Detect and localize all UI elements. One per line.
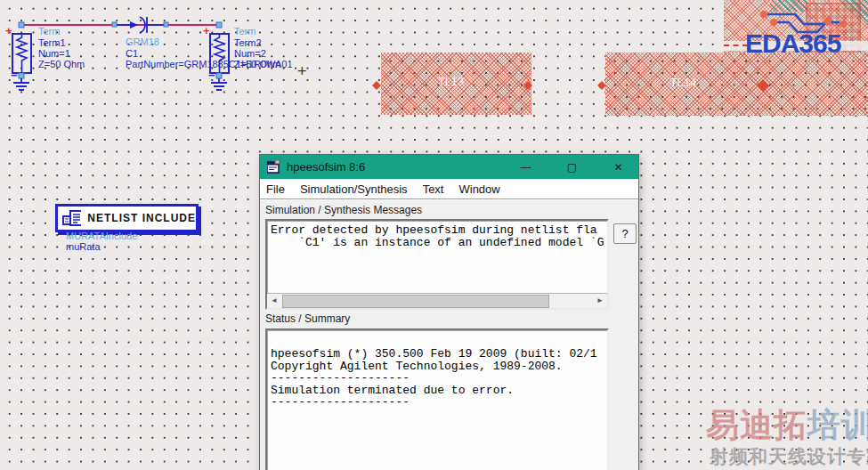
- error-message-text: Error detected by hpeesofsim during netl…: [267, 221, 607, 248]
- term2-type-label: Term: [234, 27, 256, 36]
- scroll-right-icon[interactable]: ►: [593, 294, 607, 307]
- training-watermark: 易迪拓培训: [706, 403, 868, 448]
- cap-model-label: GRM18: [126, 37, 159, 47]
- status-group-label: Status / Summary: [265, 312, 350, 325]
- term2-name-label: Term2: [234, 38, 262, 48]
- help-button[interactable]: ?: [613, 223, 637, 244]
- status-textarea[interactable]: hpeesofsim (*) 350.500 Feb 19 2009 (buil…: [265, 328, 609, 470]
- term1-plus-icon: +: [5, 27, 12, 36]
- netlist-include-block[interactable]: NETLIST INCLUDE: [55, 204, 199, 232]
- netlist-include-label: NETLIST INCLUDE: [87, 212, 196, 224]
- scroll-thumb[interactable]: [282, 295, 549, 308]
- term2-minus-icon: −: [208, 71, 215, 80]
- hpeesofsim-window[interactable]: hpeesofsim 8:6 — ▢ ✕ File Simulation/Syn…: [259, 154, 639, 470]
- term1-type-label: Term: [38, 27, 60, 36]
- netlist-pages-icon: [62, 210, 81, 226]
- scroll-left-icon[interactable]: ◄: [267, 294, 281, 307]
- menu-simulation-synthesis[interactable]: Simulation/Synthesis: [300, 182, 408, 196]
- cap-name-label: C1: [126, 49, 138, 59]
- term2-num-label: Num=2: [234, 49, 266, 59]
- netlist-model-label: muRata: [66, 242, 101, 252]
- window-titlebar[interactable]: hpeesofsim 8:6 — ▢ ✕: [260, 155, 638, 179]
- status-summary-text: hpeesofsim (*) 350.500 Feb 19 2009 (buil…: [267, 330, 607, 409]
- tline-pins[interactable]: [372, 79, 769, 92]
- term1-minus-icon: −: [11, 71, 18, 80]
- term1-name-label: Term1: [38, 38, 66, 48]
- window-title: hpeesofsim 8:6: [287, 160, 499, 174]
- term1-z-label: Z=50 Ohm: [38, 60, 85, 69]
- minimize-button[interactable]: —: [506, 155, 546, 179]
- menu-file[interactable]: File: [266, 182, 285, 196]
- cursor-crosshair: +: [297, 62, 307, 81]
- brand-blue-text: 培训: [807, 407, 868, 443]
- close-button[interactable]: ✕: [598, 155, 638, 179]
- term2-z-label: Z=50 Ohm: [234, 60, 280, 69]
- messages-group-label: Simulation / Synthesis Messages: [265, 204, 422, 216]
- term2-plus-icon: +: [203, 27, 210, 36]
- training-tagline: 射频和天线设计专家: [710, 444, 868, 469]
- brand-red-text: 易迪拓: [706, 407, 807, 443]
- netlist-instance-label: MURATAInclude: [66, 231, 137, 241]
- menu-text[interactable]: Text: [423, 182, 444, 196]
- messages-hscrollbar[interactable]: ◄ ►: [267, 293, 607, 308]
- menu-bar: File Simulation/Synthesis Text Window: [260, 179, 638, 199]
- ads-schematic-canvas[interactable]: TL13 EDA365 TL14: [0, 0, 868, 470]
- menu-window[interactable]: Window: [458, 182, 499, 196]
- messages-textarea[interactable]: Error detected by hpeesofsim during netl…: [265, 219, 609, 310]
- term1-num-label: Num=1: [38, 49, 70, 59]
- hpeesofsim-app-icon: [267, 160, 280, 174]
- maximize-button[interactable]: ▢: [552, 155, 592, 179]
